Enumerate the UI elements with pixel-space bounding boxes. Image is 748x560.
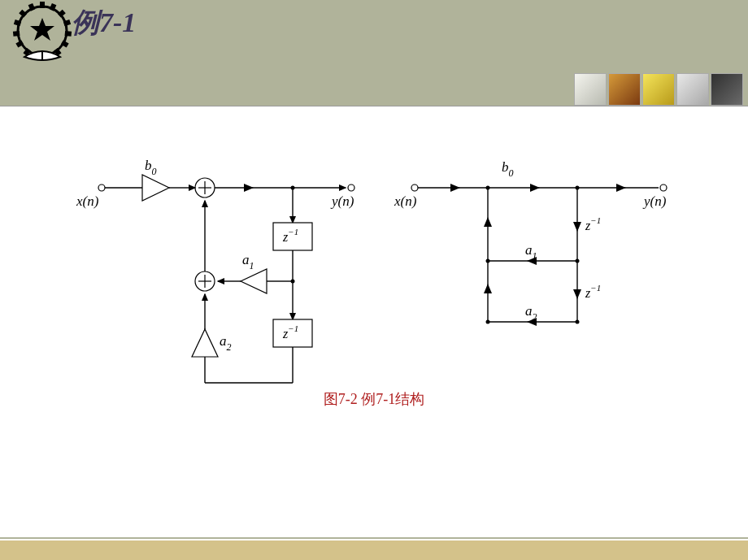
svg-rect-6 bbox=[65, 31, 72, 37]
figure-caption: 图7-2 例7-1结构 bbox=[0, 389, 748, 409]
svg-marker-81 bbox=[484, 284, 492, 293]
svg-text:a1: a1 bbox=[242, 252, 254, 271]
svg-marker-56 bbox=[450, 184, 460, 192]
svg-text:a1: a1 bbox=[525, 242, 537, 262]
left-a2: a bbox=[220, 333, 227, 349]
svg-marker-62 bbox=[616, 184, 626, 192]
svg-point-19 bbox=[98, 184, 105, 191]
thumb-3 bbox=[642, 73, 675, 106]
svg-text:z−1: z−1 bbox=[585, 283, 601, 300]
thumb-4 bbox=[676, 73, 709, 106]
svg-rect-2 bbox=[40, 2, 45, 8]
svg-text:b0: b0 bbox=[502, 159, 514, 179]
thumbnail-strip bbox=[574, 73, 743, 106]
svg-rect-15 bbox=[19, 10, 27, 18]
svg-marker-29 bbox=[244, 184, 254, 192]
svg-marker-59 bbox=[530, 184, 540, 192]
footer-bar bbox=[0, 539, 748, 560]
block-diagram: x(n) b0 y(n) z−1 a1 bbox=[73, 139, 691, 399]
svg-point-63 bbox=[660, 184, 667, 191]
slide-title: 例7-1 bbox=[72, 4, 136, 41]
left-b0: b bbox=[145, 158, 152, 173]
svg-rect-4 bbox=[58, 10, 66, 18]
thumb-1 bbox=[574, 73, 607, 106]
left-a1: a bbox=[242, 252, 250, 267]
svg-marker-37 bbox=[241, 269, 267, 293]
svg-text:z−1: z−1 bbox=[585, 215, 601, 232]
svg-text:a2: a2 bbox=[220, 333, 232, 353]
svg-text:b0: b0 bbox=[145, 158, 157, 177]
svg-marker-73 bbox=[573, 289, 581, 299]
badge-icon bbox=[10, 0, 75, 80]
thumb-2 bbox=[608, 73, 641, 106]
svg-text:a2: a2 bbox=[525, 303, 537, 323]
left-output-label: y(n) bbox=[330, 193, 354, 209]
right-output-label: y(n) bbox=[642, 193, 667, 209]
svg-rect-13 bbox=[13, 31, 20, 37]
right-b0: b bbox=[502, 159, 509, 175]
right-a1: a bbox=[525, 242, 533, 258]
svg-point-53 bbox=[411, 184, 418, 191]
svg-marker-21 bbox=[142, 175, 169, 201]
left-input-label: x(n) bbox=[76, 193, 99, 209]
svg-point-30 bbox=[348, 184, 354, 191]
svg-marker-65 bbox=[573, 222, 581, 232]
svg-marker-50 bbox=[192, 329, 218, 357]
svg-marker-83 bbox=[484, 217, 492, 227]
right-input-label: x(n) bbox=[394, 193, 417, 209]
right-a2: a bbox=[525, 303, 533, 319]
thumb-5 bbox=[711, 73, 743, 106]
